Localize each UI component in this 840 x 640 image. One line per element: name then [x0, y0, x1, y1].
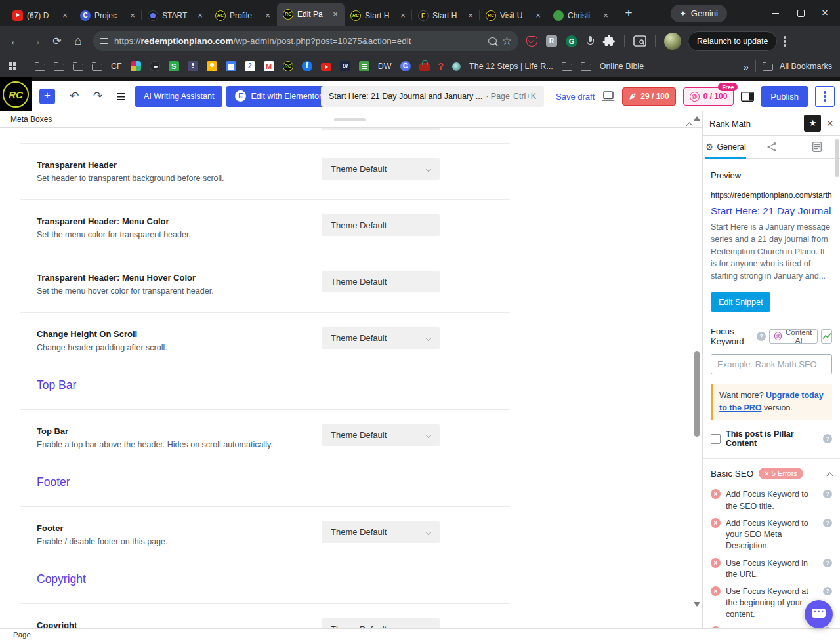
profile-avatar[interactable] [664, 33, 681, 50]
church-app-icon[interactable] [188, 61, 198, 71]
youtube-icon[interactable] [321, 63, 331, 71]
bookmark-twelve-steps[interactable]: The 12 Steps | Life R... [469, 62, 553, 71]
tab-close-icon[interactable] [398, 10, 408, 21]
address-bar[interactable]: https://redemptionplano.com/wp-admin/pos… [93, 31, 518, 51]
back-icon[interactable] [5, 31, 25, 51]
google-calendar-icon[interactable] [245, 61, 255, 71]
ai-writing-assistant-button[interactable]: AI Writing Assistant [135, 86, 222, 107]
block-inserter-button[interactable] [39, 89, 55, 104]
edit-with-elementor-button[interactable]: Edit with Elementor [226, 86, 330, 107]
section-basic-seo[interactable]: Basic SEO 5 Errors [711, 459, 832, 488]
maximize-button[interactable] [797, 9, 805, 17]
facebook-icon[interactable] [302, 61, 312, 71]
browser-tab[interactable]: START [142, 5, 209, 26]
side-panel-icon[interactable] [633, 35, 646, 47]
browser-tab[interactable]: Start H [412, 5, 480, 26]
browser-tab[interactable]: Visit U [480, 5, 547, 26]
google-docs-icon[interactable] [226, 61, 236, 71]
tab-close-icon[interactable] [533, 10, 543, 21]
tab-close-icon[interactable] [262, 10, 273, 21]
copper-icon[interactable] [400, 61, 411, 71]
folder-icon[interactable] [562, 64, 572, 71]
content-ai-score-badge[interactable]: 0 / 100 Free [683, 87, 734, 106]
lock-icon[interactable] [419, 63, 430, 71]
question-red-icon[interactable] [438, 61, 444, 71]
puzzle-icon[interactable] [602, 35, 616, 48]
browser-tab[interactable]: Projec [74, 5, 142, 26]
folder-icon[interactable] [73, 64, 83, 71]
tab-close-icon[interactable] [330, 9, 341, 20]
mic-icon[interactable] [586, 36, 594, 47]
pillar-checkbox[interactable] [711, 434, 721, 444]
window-close-button[interactable] [822, 9, 830, 17]
panel-toggle-icon[interactable] [741, 92, 754, 102]
browser-menu-icon[interactable] [784, 40, 786, 43]
redo-icon[interactable] [88, 87, 108, 106]
browser-tab-active[interactable]: Edit Pa [277, 3, 345, 26]
question-icon[interactable] [823, 519, 832, 527]
scroll-up-arrow[interactable] [694, 116, 700, 121]
collapse-chevron-icon[interactable] [687, 117, 692, 129]
undo-icon[interactable] [64, 87, 84, 106]
scroll-down-arrow[interactable] [694, 602, 700, 607]
drag-handle[interactable] [334, 118, 366, 121]
browser-tab[interactable]: Profile [209, 5, 277, 26]
home-icon[interactable] [68, 31, 88, 51]
url-text[interactable]: https://redemptionplano.com/wp-admin/pos… [114, 36, 483, 46]
preview-title[interactable]: Start Here: 21 Day Journal and ... [711, 205, 832, 217]
bookmark-dw[interactable]: DW [378, 62, 392, 71]
theme-default-select[interactable]: Theme Default [322, 214, 440, 236]
star-button-icon[interactable] [804, 115, 821, 132]
forward-icon[interactable] [26, 31, 46, 51]
tab-close-icon[interactable] [195, 10, 205, 21]
content-scrollbar[interactable] [693, 111, 701, 611]
bookmark-online-bible[interactable]: Online Bible [600, 62, 644, 71]
relaunch-button[interactable]: Relaunch to update [688, 31, 777, 51]
gemini-button[interactable]: Gemini [671, 5, 727, 22]
document-title-bar[interactable]: Start Here: 21 Day Journal and January .… [321, 86, 544, 107]
tab-social[interactable] [749, 136, 795, 158]
question-icon[interactable] [823, 434, 832, 443]
twelve-steps-icon[interactable] [452, 62, 461, 71]
question-icon[interactable] [823, 587, 832, 595]
metabox-header[interactable]: Meta Boxes [0, 111, 702, 128]
question-icon[interactable] [823, 490, 832, 498]
new-tab-button[interactable] [620, 5, 637, 22]
grammarly-icon[interactable] [566, 35, 578, 47]
theme-default-select[interactable]: Theme Default [322, 327, 440, 349]
ui-icon[interactable] [340, 61, 350, 71]
browser-tab[interactable]: Christi [547, 5, 615, 26]
bookmark-star-icon[interactable] [502, 34, 512, 48]
theme-default-select[interactable]: Theme Default [322, 521, 440, 543]
gloo-icon[interactable] [150, 61, 160, 71]
theme-default-select[interactable]: Theme Default [322, 424, 440, 446]
theme-default-select[interactable]: Theme Default [322, 271, 440, 292]
folder-icon[interactable] [581, 64, 591, 71]
save-draft-button[interactable]: Save draft [556, 92, 595, 102]
theme-default-select[interactable]: Theme Default [322, 158, 440, 180]
rc-icon[interactable] [283, 61, 293, 71]
chat-bubble-icon[interactable] [805, 600, 833, 628]
close-icon[interactable] [826, 118, 833, 129]
reader-icon[interactable] [546, 35, 557, 47]
google-keep-icon[interactable] [207, 61, 217, 71]
trends-button[interactable] [821, 329, 832, 344]
browser-tab[interactable]: (67) D [7, 5, 74, 26]
all-bookmarks[interactable]: All Bookmarks [780, 62, 832, 71]
gmail-icon[interactable] [264, 61, 274, 71]
reload-icon[interactable] [47, 31, 67, 51]
theme-default-select[interactable]: Theme Default [322, 618, 440, 628]
folder-icon[interactable] [54, 64, 64, 71]
folder-icon[interactable] [92, 64, 102, 71]
collapse-chevron-icon[interactable] [827, 472, 833, 479]
list-view-icon[interactable] [117, 92, 126, 100]
tab-close-icon[interactable] [600, 10, 611, 21]
tune-icon[interactable] [100, 37, 109, 45]
apps-grid-icon[interactable] [8, 62, 17, 71]
content-ai-button[interactable]: Content AI [769, 329, 818, 344]
folder-icon[interactable] [35, 64, 45, 71]
preview-laptop-icon[interactable] [602, 91, 615, 102]
green-list-icon[interactable] [359, 61, 369, 71]
tab-close-icon[interactable] [127, 10, 138, 21]
focus-keyword-input[interactable] [711, 354, 832, 374]
